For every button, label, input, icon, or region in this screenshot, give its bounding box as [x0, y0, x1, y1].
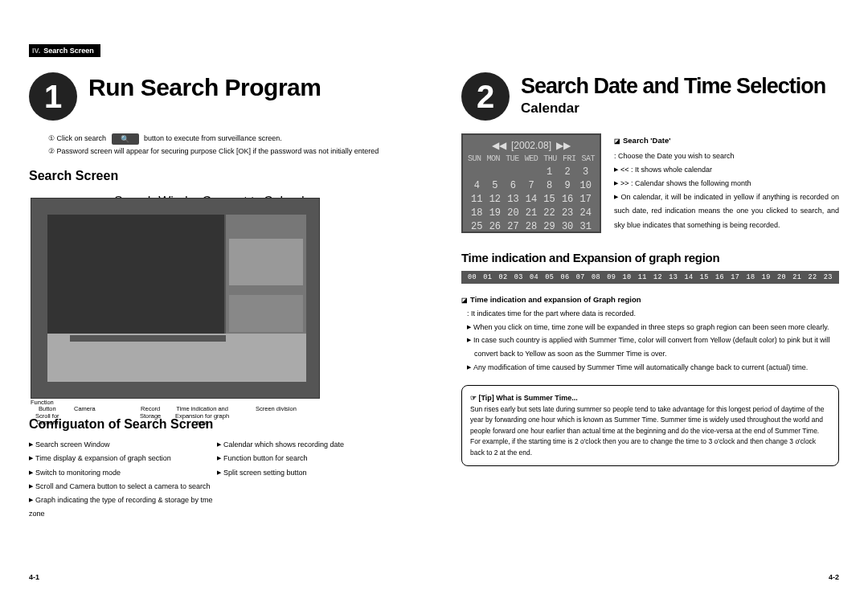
config-item: Calendar which shows recording date [217, 438, 405, 452]
search-screen-heading: Search Screen [29, 169, 405, 183]
calendar-cell[interactable]: 28 [522, 221, 541, 232]
step-number-1: 1 [29, 72, 77, 121]
day-label: FRI [563, 154, 576, 163]
tip-box: ☞ [Tip] What is Summer Time... Sun rises… [461, 385, 839, 465]
calendar-cell[interactable]: 29 [540, 221, 559, 232]
calendar-cell[interactable]: 22 [540, 207, 559, 219]
calendar-cell[interactable]: 12 [486, 194, 505, 205]
calendar-cell[interactable]: 3 [576, 166, 595, 178]
time-hour[interactable]: 09 [604, 273, 619, 281]
calendar-row: ◀◀ [2002.08] ▶▶ SUN MON TUE WED THU FRI … [461, 133, 839, 233]
calendar-cell[interactable]: 23 [559, 207, 577, 219]
calendar-cell[interactable]: 26 [486, 221, 505, 232]
time-hour[interactable]: 21 [789, 273, 805, 281]
time-hour[interactable]: 19 [759, 273, 774, 281]
time-hour[interactable]: 23 [821, 273, 836, 281]
calendar-cell[interactable] [522, 166, 541, 178]
time-hour[interactable]: 08 [588, 273, 604, 281]
time-hour[interactable]: 11 [635, 273, 650, 281]
time-hour[interactable]: 22 [805, 273, 821, 281]
time-hour[interactable]: 15 [697, 273, 712, 281]
calendar-cell[interactable] [486, 166, 505, 178]
time-hour[interactable]: 13 [665, 273, 681, 281]
time-hour[interactable]: 00 [465, 273, 480, 281]
search-date-head: Search 'Date' [614, 133, 839, 148]
config-col-left: Search screen Window Time display & expa… [29, 438, 217, 521]
page-number-left: 4-1 [29, 573, 39, 581]
title-stack: Search Date and Time Selection Calendar [521, 72, 825, 117]
time-hour[interactable]: 20 [774, 273, 789, 281]
calendar-cell[interactable]: 21 [522, 207, 541, 219]
time-hour[interactable]: 10 [620, 273, 635, 281]
calendar-cell[interactable]: 17 [576, 194, 595, 205]
time-hour[interactable]: 03 [511, 273, 526, 281]
instr1-a: ① Click on search [48, 134, 106, 142]
calendar-prev-icon[interactable]: ◀◀ [492, 140, 506, 151]
page-title: Run Search Program [88, 76, 321, 100]
preview-area [47, 215, 224, 335]
time-hour[interactable]: 14 [682, 273, 697, 281]
calendar-grid: 1234567891011121314151617181920212223242… [468, 166, 595, 232]
page-right: 2 Search Date and Time Selection Calenda… [434, 0, 868, 594]
calendar-cell[interactable]: 24 [576, 207, 595, 219]
manual-spread: IV. Search Screen 1 Run Search Program ①… [0, 0, 868, 594]
calendar-cell[interactable]: 25 [468, 221, 486, 232]
config-item: Split screen setting button [217, 466, 405, 480]
time-hour[interactable]: 02 [496, 273, 511, 281]
time-hour[interactable]: 01 [480, 273, 495, 281]
time-hour[interactable]: 06 [558, 273, 573, 281]
calendar-cell[interactable]: 2 [559, 166, 577, 178]
time-expl-head: Time indication and expansion of Graph r… [461, 295, 839, 304]
time-hour[interactable]: 16 [712, 273, 727, 281]
tip-head: ☞ [Tip] What is Summer Time... [470, 392, 830, 404]
time-hour[interactable]: 05 [542, 273, 557, 281]
time-hour[interactable]: 07 [573, 273, 588, 281]
step-number-2: 2 [461, 72, 510, 121]
calendar-subtitle: Calendar [521, 100, 825, 117]
search-date-text: Search 'Date' : Choose the Date you wish… [614, 133, 839, 232]
calendar-cell[interactable]: 15 [540, 194, 559, 205]
day-label: WED [525, 154, 538, 163]
callout-screendiv: Screen division [256, 406, 297, 412]
calendar-cell[interactable]: 27 [504, 221, 522, 232]
calendar-cell[interactable]: 13 [504, 194, 522, 205]
time-hour[interactable]: 17 [727, 273, 743, 281]
day-label: SUN [468, 154, 481, 163]
calendar-cell[interactable]: 6 [504, 180, 522, 191]
day-label: SAT [581, 154, 595, 163]
day-label: MON [487, 154, 501, 163]
time-explanation: : It indicates time for the part where d… [461, 307, 839, 374]
calendar-cell[interactable]: 19 [486, 207, 505, 219]
calendar-cell[interactable]: 10 [576, 180, 595, 191]
config-item: Time display & expansion of graph sectio… [29, 452, 217, 465]
calendar-cell[interactable]: 31 [576, 221, 595, 232]
time-hour[interactable]: 18 [743, 273, 759, 281]
calendar-cell[interactable]: 14 [522, 194, 541, 205]
tip-body: Sun rises early but sets late during sum… [470, 404, 830, 459]
time-hour[interactable]: 12 [650, 273, 665, 281]
calendar-cell[interactable]: 5 [486, 180, 505, 191]
calendar-cell[interactable]: 16 [559, 194, 577, 205]
mini-calendar [229, 239, 303, 285]
calendar-cell[interactable]: 30 [559, 221, 577, 232]
heading-row: 1 Run Search Program [29, 72, 405, 121]
calendar-cell[interactable]: 11 [468, 194, 486, 205]
calendar-cell[interactable] [468, 166, 486, 178]
callout-record: Record Storage [140, 406, 161, 420]
function-buttons [229, 295, 303, 332]
calendar-cell[interactable]: 7 [522, 180, 541, 191]
day-label: TUE [506, 154, 519, 163]
callout-camera: Camera [74, 406, 96, 412]
calendar-cell[interactable]: 4 [468, 180, 486, 191]
time-hours-bar: 0001020304050607080910111213141516171819… [461, 271, 839, 284]
calendar-cell[interactable]: 20 [504, 207, 522, 219]
config-item: Function button for search [217, 452, 405, 465]
calendar-cell[interactable]: 8 [540, 180, 559, 191]
calendar-cell[interactable]: 9 [559, 180, 577, 191]
calendar-widget: ◀◀ [2002.08] ▶▶ SUN MON TUE WED THU FRI … [461, 133, 601, 233]
calendar-cell[interactable]: 18 [468, 207, 486, 219]
calendar-cell[interactable] [504, 166, 522, 178]
calendar-next-icon[interactable]: ▶▶ [556, 140, 571, 151]
calendar-cell[interactable]: 1 [540, 166, 559, 178]
time-hour[interactable]: 04 [526, 273, 542, 281]
